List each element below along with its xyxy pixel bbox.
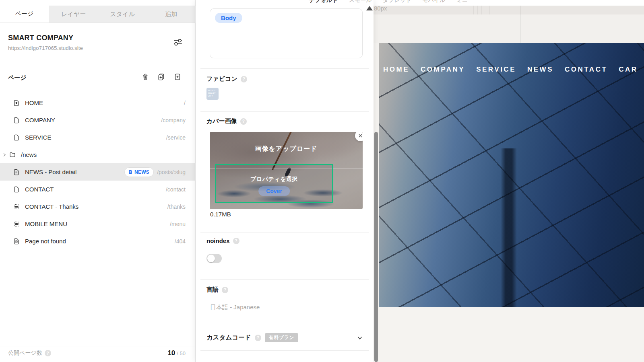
hero-building-image[interactable]: HOMECOMPANYSERVICENEWSCONTACTCAR	[379, 43, 644, 307]
page-row[interactable]: NEWS - Post detail NEWS /posts/:slug	[0, 163, 196, 181]
cover-file-size: 0.17MB	[210, 211, 231, 218]
sidebar-tab[interactable]: 追加	[147, 6, 196, 23]
help-icon[interactable]	[255, 335, 261, 341]
cms-collection-badge: NEWS	[124, 167, 154, 177]
page-path: /company	[161, 117, 186, 123]
paid-plan-badge: 有料プラン	[265, 333, 298, 342]
page-row[interactable]: HOME /	[0, 94, 196, 111]
page-row[interactable]: COMPANY /company	[0, 111, 196, 129]
add-page-button[interactable]	[173, 73, 182, 81]
page-row[interactable]: SERVICE /service	[0, 129, 196, 146]
pages-list: HOME / COMPANY /company	[0, 94, 196, 250]
panel-divider	[200, 279, 369, 280]
preview-nav-item[interactable]: NEWS	[527, 66, 553, 74]
help-icon[interactable]	[222, 287, 228, 293]
custom-code-section[interactable]: カスタムコード 有料プラン	[206, 333, 363, 342]
help-icon[interactable]	[45, 350, 51, 356]
language-section-label: 言語	[206, 286, 228, 294]
published-pages-limit: / 50	[177, 350, 186, 356]
help-icon[interactable]	[241, 76, 247, 82]
width-marker-value: 80px	[374, 5, 387, 12]
sidebar-tab[interactable]: スタイル	[98, 6, 147, 23]
cover-image-preview[interactable]: 画像をアップロード プロパティを選択 Cover	[210, 132, 363, 209]
page-label: Page not found	[25, 238, 66, 245]
toggle-knob	[207, 255, 215, 262]
svg-text:?: ?	[16, 241, 17, 243]
width-marker-triangle-icon[interactable]	[366, 6, 373, 10]
page-label: CONTACT	[25, 186, 54, 193]
page-icon	[13, 134, 20, 141]
sidebar-divider	[0, 63, 196, 63]
page-row[interactable]: CONTACT - Thanks /thanks	[0, 198, 196, 215]
page-row[interactable]: CONTACT /contact	[0, 181, 196, 198]
delete-page-button[interactable]	[141, 73, 149, 81]
site-info: SMART COMPANY https://indigo717065.studi…	[8, 34, 83, 51]
sidebar-tab[interactable]: ページ	[0, 6, 49, 23]
chevron-down-icon[interactable]	[357, 335, 363, 341]
ruler-tick	[477, 6, 478, 14]
preview-nav-item[interactable]: HOME	[383, 66, 409, 74]
panel-divider	[200, 350, 369, 351]
noindex-section-label: noindex	[206, 237, 239, 244]
page-path: /	[184, 100, 186, 106]
panel-divider	[200, 232, 369, 232]
error-page-icon: ?	[13, 238, 20, 245]
ruler-tick	[473, 6, 474, 14]
cover-upload-label[interactable]: 画像をアップロード	[210, 145, 363, 153]
site-settings-button[interactable]	[172, 37, 184, 48]
duplicate-page-button[interactable]	[157, 73, 165, 81]
custom-code-label: カスタムコード	[206, 333, 251, 342]
trash-icon	[141, 75, 149, 82]
canvas-width-marker: 80px	[366, 6, 387, 12]
published-pages-footer: 公開ページ数 10 / 50	[0, 349, 196, 357]
select-property-label: プロパティを選択	[216, 176, 332, 183]
cover-property-dropzone[interactable]: プロパティを選択 Cover	[215, 164, 333, 203]
page-row[interactable]: /news	[0, 146, 196, 163]
breakpoint-tab[interactable]: モバイル	[422, 0, 445, 4]
cover-property-chip[interactable]: Cover	[258, 186, 290, 196]
site-url[interactable]: https://indigo717065.studio.site	[8, 45, 83, 51]
page-icon	[13, 117, 20, 124]
body-layer-card[interactable]: Body	[210, 8, 363, 58]
preview-nav-item[interactable]: COMPANY	[421, 66, 465, 74]
pages-actions	[141, 73, 182, 81]
preview-nav-item[interactable]: CAR	[619, 66, 638, 74]
badge-label: NEWS	[134, 169, 149, 175]
folder-icon	[9, 151, 16, 158]
copy-plus-icon	[157, 75, 165, 82]
favicon-thumbnail[interactable]: HELLO SMART CITY	[206, 88, 219, 100]
page-path: /contact	[166, 186, 186, 193]
page-path: /service	[166, 134, 186, 141]
body-layer-chip[interactable]: Body	[215, 13, 242, 23]
sidebar-tab[interactable]: レイヤー	[49, 6, 98, 23]
cover-section-label: カバー画像	[206, 117, 247, 125]
sliders-icon	[172, 42, 184, 49]
page-label: /news	[21, 151, 37, 158]
left-sidebar: ページレイヤースタイル追加 SMART COMPANY https://indi…	[0, 0, 196, 362]
panel-divider	[200, 322, 369, 322]
breakpoint-guide-line	[596, 6, 596, 43]
modal-icon	[13, 203, 20, 210]
page-row[interactable]: ? Page not found /404	[0, 232, 196, 250]
document-icon	[128, 169, 133, 176]
help-icon[interactable]	[233, 238, 239, 244]
breakpoint-tab[interactable]: デフォルト	[309, 0, 338, 4]
help-icon[interactable]	[240, 118, 247, 125]
panel-scrollbar-thumb[interactable]	[374, 132, 378, 362]
breakpoint-tab[interactable]: ミニ	[456, 0, 468, 4]
sidebar-divider	[0, 346, 196, 346]
modal-icon	[13, 220, 20, 228]
preview-nav-item[interactable]: CONTACT	[565, 66, 607, 74]
noindex-toggle[interactable]	[206, 254, 222, 263]
preview-nav-item[interactable]: SERVICE	[476, 66, 516, 74]
breakpoint-tab[interactable]: スモール	[349, 0, 372, 4]
breakpoint-tab[interactable]: タブレット	[383, 0, 412, 4]
page-row[interactable]: MOBILE MENU /menu	[0, 215, 196, 232]
pages-section-title: ページ	[8, 74, 27, 82]
page-background	[374, 307, 644, 362]
home-page-icon	[13, 99, 20, 107]
language-select[interactable]: 日本語 - Japanese	[210, 304, 260, 311]
chevron-right-icon[interactable]	[2, 153, 9, 157]
breakpoint-guide-line	[520, 6, 521, 43]
page-settings-panel: Body ファビコン HELLO SMART CITY カバー画像 画像をアップ…	[196, 0, 374, 362]
